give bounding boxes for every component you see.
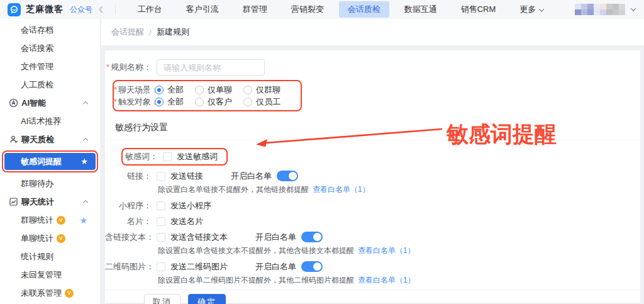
radio-label: 仅员工 <box>256 96 280 108</box>
cancel-button[interactable]: 取消 <box>144 294 180 304</box>
sidebar-item-manual-inspection[interactable]: 人工质检 <box>0 76 100 94</box>
link-desc: 除设置白名单链接不提醒外，其他链接都提醒 <box>158 184 309 195</box>
qr-code-desc: 除设置白名单二维码图片不提醒外，其他二维码图片都提醒 <box>158 275 354 286</box>
sidebar-item-group-chat-stats[interactable]: 群聊统计 V ★ <box>0 211 100 229</box>
radio-icon[interactable] <box>243 86 252 94</box>
qr-code-whitelist-toggle[interactable] <box>301 261 323 272</box>
link-text-whitelist-toggle[interactable] <box>301 232 323 242</box>
whitelist-label: 开启白名单 <box>255 232 296 243</box>
sidebar-item-single-chat-stats[interactable]: 单聊统计 V <box>0 229 100 247</box>
business-card-checkbox[interactable] <box>157 217 165 226</box>
radio-icon[interactable] <box>155 98 164 106</box>
nav-item-group-management[interactable]: 群管理 <box>234 1 276 18</box>
business-card-row: 名片： 发送名片 <box>105 216 640 227</box>
radio-target-employee-only[interactable]: 仅员工 <box>243 96 280 108</box>
trigger-target-label: *触发对象： <box>114 96 155 108</box>
nav-item-data-interchange[interactable]: 数据互通 <box>396 1 446 18</box>
radio-icon[interactable] <box>195 98 204 106</box>
brand-tag[interactable]: 公众号 <box>70 4 92 15</box>
sidebar-section-label: 聊天统计 <box>21 196 54 208</box>
sidebar-item-file-management[interactable]: 文件管理 <box>0 57 100 76</box>
breadcrumb-separator: / <box>149 28 152 37</box>
radio-target-all[interactable]: 全部 <box>155 96 184 108</box>
link-text-label: 含链接文本： <box>105 232 157 243</box>
sidebar-item-label: 未回复管理 <box>21 269 62 281</box>
sidebar-section-chat-statistics[interactable]: 聊天统计 <box>0 193 100 211</box>
view-whitelist-link[interactable]: 查看白名单（1） <box>358 275 415 286</box>
sensitive-word-row: 敏感词： 发送敏感词 <box>105 148 640 166</box>
nav-item-marketing-fission[interactable]: 营销裂变 <box>282 1 333 18</box>
favorite-star-icon[interactable]: ★ <box>79 215 87 225</box>
rule-name-input[interactable] <box>157 59 265 76</box>
chat-scene-radio-group: 全部 仅单聊 仅群聊 <box>155 84 292 96</box>
radio-scene-all[interactable]: 全部 <box>155 84 184 96</box>
main-content: 会话提醒 / 新建规则 *规则名称： *聊天场景： 全部 仅单聊 仅群聊 *触发… <box>101 19 644 304</box>
rule-name-label: *规则名称： <box>105 62 157 73</box>
radio-icon[interactable] <box>243 98 252 106</box>
sidebar-item-group-todo[interactable]: 群聊待办 <box>0 174 100 193</box>
whitelist-label: 开启白名单 <box>255 261 296 273</box>
radio-scene-group-only[interactable]: 仅群聊 <box>243 84 280 96</box>
sidebar-item-session-search[interactable]: 会话搜索 <box>0 39 100 57</box>
vip-badge-icon: V <box>65 289 74 298</box>
sensitive-word-checkbox[interactable] <box>163 152 172 161</box>
checkbox-label: 发送小程序 <box>170 200 211 211</box>
person-check-icon <box>9 135 18 144</box>
nav-item-customer-acquisition[interactable]: 客户引流 <box>177 1 228 18</box>
sidebar-item-stats-rules[interactable]: 统计规则 <box>0 247 100 266</box>
radio-scene-single-only[interactable]: 仅单聊 <box>195 84 232 96</box>
breadcrumb-parent[interactable]: 会话提醒 <box>111 26 144 38</box>
chevron-up-icon <box>83 101 88 106</box>
mini-program-checkbox[interactable] <box>157 201 165 210</box>
sidebar-section-ai[interactable]: AI智能 <box>0 94 100 112</box>
sidebar-item-unreplied-management[interactable]: 未回复管理 <box>0 266 100 284</box>
nav-item-session-inspection[interactable]: 会话质检 <box>339 1 389 18</box>
sidebar-item-label: 群聊统计 <box>21 215 53 226</box>
sidebar-item-label: 会话搜索 <box>21 43 53 54</box>
qr-code-label: 二维码图片： <box>105 261 157 273</box>
nav-item-workbench[interactable]: 工作台 <box>129 1 171 18</box>
checkbox-label: 发送含链接文本 <box>170 232 228 243</box>
sidebar-item-session-archive[interactable]: 会话存档 <box>0 21 100 39</box>
link-text-checkbox[interactable] <box>157 233 165 242</box>
main-nav: 工作台 客户引流 群管理 营销裂变 会话质检 数据互通 销售CRM 更多 <box>126 1 556 18</box>
link-row: 链接： 发送链接 开启白名单 <box>105 171 640 181</box>
radio-icon[interactable] <box>195 86 204 94</box>
annotation-box-sensitive-word: 敏感词： 发送敏感词 <box>121 148 228 166</box>
link-text-row: 含链接文本： 发送含链接文本 开启白名单 <box>105 232 640 242</box>
label-text: 触发对象： <box>118 97 159 106</box>
sidebar-item-uncontacted-management[interactable]: 未联系管理 V <box>0 284 100 302</box>
required-marker: * <box>106 62 109 72</box>
avatar[interactable] <box>575 4 625 15</box>
radio-icon[interactable] <box>155 86 164 94</box>
view-whitelist-link[interactable]: 查看白名单（1） <box>313 184 370 195</box>
favorite-star-icon[interactable]: ★ <box>80 157 88 166</box>
sidebar-item-label: 统计规则 <box>21 251 53 262</box>
view-whitelist-link[interactable]: 查看白名单（1） <box>358 245 415 256</box>
sidebar-item-label: 未联系管理 <box>21 288 62 299</box>
link-checkbox[interactable] <box>157 172 165 181</box>
sidebar-section-label: 聊天质检 <box>21 134 54 145</box>
radio-label: 仅客户 <box>208 96 232 108</box>
sidebar-item-ai-script-recommend[interactable]: AI话术推荐 <box>0 112 100 130</box>
link-text-whitelist-group: 开启白名单 <box>255 232 323 243</box>
dark-mode-icon[interactable]: ☾ <box>99 5 106 14</box>
qr-code-checkbox[interactable] <box>157 262 165 271</box>
sidebar-section-label: AI智能 <box>21 98 46 109</box>
nav-item-more[interactable]: 更多 <box>511 1 552 18</box>
ai-icon <box>9 98 18 108</box>
chevron-down-icon[interactable] <box>631 6 636 11</box>
sidebar-item-label: AI话术推荐 <box>21 116 61 127</box>
user-account[interactable] <box>575 4 636 15</box>
checkbox-label: 发送二维码图片 <box>170 261 228 273</box>
sidebar-section-chat-inspection[interactable]: 聊天质检 <box>0 130 100 149</box>
confirm-button[interactable]: 确定 <box>188 294 226 304</box>
sidebar-item-label: 人工质检 <box>21 79 53 91</box>
sidebar-item-label: 群聊待办 <box>21 178 53 189</box>
sidebar-item-sensitive-word-reminder[interactable]: 敏感词提醒 ★ <box>4 153 96 170</box>
radio-target-customer-only[interactable]: 仅客户 <box>195 96 232 108</box>
breadcrumb: 会话提醒 / 新建规则 <box>101 19 644 45</box>
radio-label: 仅群聊 <box>256 84 280 96</box>
nav-item-sales-crm[interactable]: 销售CRM <box>452 1 505 18</box>
link-whitelist-toggle[interactable] <box>277 171 298 181</box>
